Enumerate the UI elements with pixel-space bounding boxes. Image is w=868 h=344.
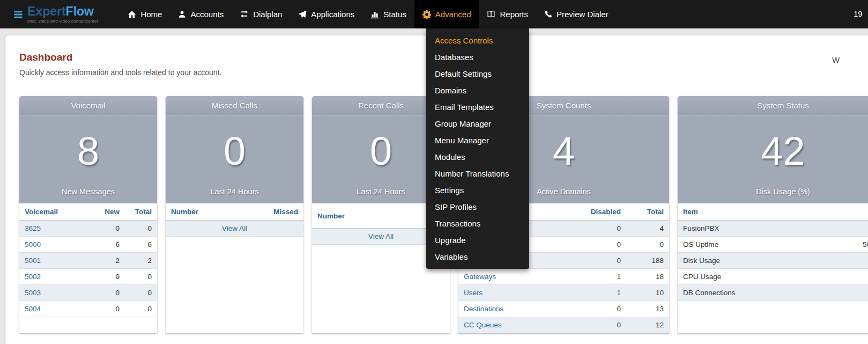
menu-item-domains[interactable]: Domains	[426, 82, 529, 99]
table-cell: 5004	[19, 301, 93, 317]
table-row: FusionPBX	[678, 221, 868, 237]
nav-item-advanced[interactable]: Advanced	[414, 0, 479, 28]
table-cell: 188	[626, 253, 669, 269]
card-header: Missed Calls	[166, 96, 303, 115]
nav-item-accounts[interactable]: Accounts	[170, 0, 232, 28]
nav-item-label: Status	[383, 10, 406, 19]
cell-link-cc-queues[interactable]: CC Queues	[464, 321, 502, 329]
menu-item-email-templates[interactable]: Email Templates	[426, 99, 529, 115]
menu-item-databases[interactable]: Databases	[426, 49, 529, 65]
cell-link-5003[interactable]: 5003	[25, 289, 41, 297]
table-cell: DB Connections	[678, 285, 857, 301]
col-header-item: Item	[678, 203, 857, 221]
table-cell: Users	[458, 285, 575, 301]
card-body: 0 Last 24 Hours	[166, 115, 303, 203]
table-cell: 0	[93, 269, 125, 285]
menu-item-group-manager[interactable]: Group Manager	[426, 115, 529, 132]
card-title: Voicemail	[71, 101, 105, 110]
home-icon	[128, 10, 136, 19]
card-caption: Disk Usage (%)	[756, 187, 810, 196]
table-cell: Destinations	[458, 301, 575, 317]
col-header-voicemail: Voicemail	[19, 203, 93, 221]
view-all-link[interactable]: View All	[222, 224, 247, 232]
top-nav: ExpertFlow chat, voice and video contact…	[0, 0, 868, 28]
table-cell: 5002	[19, 269, 93, 285]
table-cell: 0	[125, 285, 157, 301]
table-cell: 0	[125, 301, 157, 317]
exchange-arrows-icon	[240, 10, 249, 18]
card-table: Item FusionPBXOS Uptime50Disk UsageCPU U…	[678, 203, 868, 301]
nav-items: Home Accounts Dialplan Applications Stat…	[120, 0, 616, 28]
cell-link-gateways[interactable]: Gateways	[464, 273, 496, 281]
nav-right-text: 19	[854, 9, 863, 18]
table-cell: 0	[626, 237, 669, 253]
logo-tagline: chat, voice and video contactcenter	[27, 19, 98, 24]
nav-item-label: Reports	[500, 10, 528, 19]
table-cell: 6	[125, 237, 157, 253]
table-cell: 12	[626, 317, 669, 333]
table-row: CPU Usage	[678, 269, 868, 285]
menu-item-access-controls[interactable]: Access Controls	[426, 32, 529, 49]
table-row: Gateways118	[458, 269, 669, 285]
table-cell: 3625	[19, 221, 93, 237]
cell-link-5000[interactable]: 5000	[25, 240, 41, 248]
logo[interactable]: ExpertFlow chat, voice and video contact…	[14, 5, 98, 24]
card-voicemail: Voicemail 8 New Messages VoicemailNewTot…	[19, 96, 157, 333]
table-cell: 0	[575, 237, 626, 253]
table-cell: 0	[575, 221, 626, 237]
menu-item-menu-manager[interactable]: Menu Manager	[426, 132, 529, 149]
menu-item-variables[interactable]: Variables	[426, 248, 529, 265]
col-header-disabled: Disabled	[575, 203, 626, 221]
table-cell: 0	[93, 301, 125, 317]
col-header-new: New	[93, 203, 125, 221]
view-all-link[interactable]: View All	[368, 232, 394, 240]
card-title: Missed Calls	[212, 101, 257, 110]
cell-link-users[interactable]: Users	[464, 289, 483, 297]
nav-item-dialplan[interactable]: Dialplan	[232, 0, 290, 28]
cell-link-5002[interactable]: 5002	[25, 273, 41, 281]
table-row: Disk Usage	[678, 253, 868, 269]
table-cell: 5000	[19, 237, 93, 253]
table-cell	[857, 253, 868, 269]
nav-item-preview-dialer[interactable]: Preview Dialer	[536, 0, 617, 28]
cell-link-3625[interactable]: 3625	[25, 224, 41, 232]
card-big-number: 4	[553, 115, 575, 187]
table-cell: 0	[93, 221, 125, 237]
app-screen: ExpertFlow chat, voice and video contact…	[0, 0, 868, 344]
nav-item-applications[interactable]: Applications	[290, 0, 362, 28]
table-cell: 10	[626, 285, 669, 301]
welcome-text: W	[832, 55, 840, 64]
card-caption: New Messages	[62, 187, 115, 196]
card-caption: Last 24 Hours	[357, 187, 405, 196]
col-header-number: Number	[166, 203, 266, 221]
card-title: System Status	[757, 101, 809, 110]
nav-item-reports[interactable]: Reports	[479, 0, 536, 28]
menu-item-sip-profiles[interactable]: SIP Profiles	[426, 199, 529, 215]
menu-item-settings[interactable]: Settings	[426, 182, 529, 199]
menu-item-default-settings[interactable]: Default Settings	[426, 65, 529, 82]
col-header-total: Total	[125, 203, 157, 221]
table-row: 500122	[19, 253, 157, 269]
table-cell: FusionPBX	[678, 221, 857, 237]
card-title: Recent Calls	[358, 101, 404, 110]
menu-item-transactions[interactable]: Transactions	[426, 215, 529, 232]
cell-link-destinations[interactable]: Destinations	[464, 305, 503, 313]
table-cell: 1	[575, 269, 626, 285]
table-row: 500300	[19, 285, 157, 301]
nav-item-label: Dialplan	[253, 10, 282, 19]
cell-link-5004[interactable]: 5004	[25, 305, 41, 313]
card-system-status: System Status 42 Disk Usage (%) Item Fus…	[678, 96, 868, 333]
card-missed-calls: Missed Calls 0 Last 24 Hours NumberMisse…	[166, 96, 303, 333]
menu-item-number-translations[interactable]: Number Translations	[426, 165, 529, 182]
menu-item-upgrade[interactable]: Upgrade	[426, 232, 529, 248]
menu-item-modules[interactable]: Modules	[426, 149, 529, 165]
table-cell: 2	[125, 253, 157, 269]
cell-link-5001[interactable]: 5001	[25, 257, 41, 265]
card-title: System Counts	[537, 101, 591, 110]
bar-chart-icon	[370, 10, 379, 19]
nav-item-home[interactable]: Home	[120, 0, 170, 28]
nav-item-status[interactable]: Status	[362, 0, 414, 28]
nav-item-label: Accounts	[190, 10, 224, 19]
table-cell: 0	[575, 253, 626, 269]
card-header: System Status	[678, 96, 868, 115]
